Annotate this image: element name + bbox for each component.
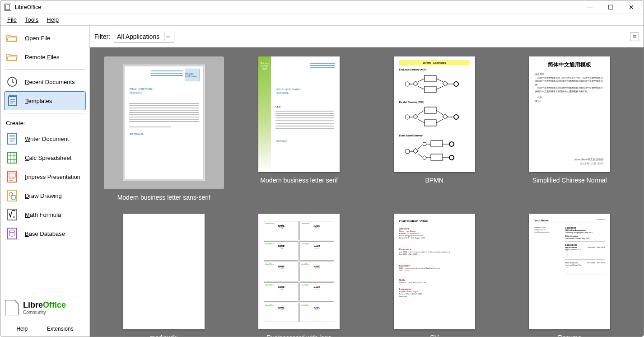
sidebar-item-base-database[interactable]: Base Database (4, 224, 86, 243)
folder-open-icon (6, 32, 19, 44)
svg-rect-11 (8, 152, 17, 163)
svg-rect-17 (9, 173, 15, 177)
template-gallery[interactable]: Put your LOGO here <TITLE> <FIRSTNAME> <… (90, 47, 644, 337)
sidebar-item-impress-presentation[interactable]: Impress Presentation (4, 167, 86, 186)
draw-icon (6, 189, 19, 202)
sidebar-item-writer-document[interactable]: Writer Document (4, 129, 86, 148)
template-card-modern-serif[interactable]: Put your LOGO here <TITLE> <FIRSTNAME> <… (239, 56, 359, 201)
sidebar-label: Draw Drawing (25, 192, 62, 199)
window-title: LibreOffice (15, 4, 41, 10)
filter-dropdown[interactable]: All Applications (114, 31, 174, 42)
filter-bar: Filter: All Applications ≡ (90, 26, 644, 47)
sidebar-label: Calc Spreadsheet (25, 154, 71, 161)
template-thumbnail: Put your LOGO here <TITLE> <FIRSTNAME> <… (258, 56, 340, 172)
sidebar-label: Impress Presentation (25, 173, 80, 180)
sidebar-label: Math Formula (25, 211, 61, 218)
template-thumbnail: Curriculum Vitae About me Name Joe Blogg… (394, 214, 475, 329)
svg-rect-22 (12, 196, 15, 199)
svg-point-27 (405, 82, 410, 86)
template-card-bpmn[interactable]: BPMN - Examples Exclusive Gateway (XOR) … (374, 56, 495, 201)
svg-rect-31 (443, 81, 448, 86)
folder-remote-icon (6, 51, 19, 63)
svg-point-42 (423, 156, 426, 159)
menubar: File Tools Help (0, 14, 644, 26)
template-card-bizcard[interactable]: LibreOfficeNAMETITLELibreOfficeNAMETITLE… (239, 214, 359, 337)
template-thumbnail: Your Name▔▔▔▔▔▔ Address Line 1 Address L… (529, 214, 610, 329)
help-link[interactable]: Help (16, 326, 28, 332)
template-thumbnail: Put your LOGO here <TITLE> <FIRSTNAME> <… (123, 65, 205, 181)
svg-rect-35 (425, 107, 436, 113)
svg-point-45 (449, 142, 454, 146)
template-card-resume[interactable]: Your Name▔▔▔▔▔▔ Address Line 1 Address L… (509, 214, 630, 337)
sidebar-label: Base Database (25, 230, 65, 237)
template-thumbnail: 简体中文通用模板 各位用户： 简体中文通用模板示例。自行填写这个字符。简体中文通… (529, 56, 610, 172)
titlebar: LibreOffice — ☐ ✕ (0, 0, 644, 14)
svg-text:x: x (13, 215, 15, 219)
sidebar-item-math-formula[interactable]: x Math Formula (4, 205, 86, 224)
template-thumbnail: BPMN - Examples Exclusive Gateway (XOR) … (394, 56, 475, 172)
sidebar-label: Writer Document (25, 136, 69, 142)
sidebar-create-heading: Create: (4, 116, 86, 129)
template-name: Modern business letter serif (260, 177, 338, 184)
svg-rect-40 (413, 148, 418, 153)
sidebar: Open File Remote Files Recent Documents … (0, 26, 90, 337)
sidebar-item-remote-files[interactable]: Remote Files (4, 47, 86, 66)
window-maximize-button[interactable]: ☐ (600, 1, 621, 14)
svg-rect-44 (431, 154, 443, 160)
template-name: Simplified Chinese Normal (532, 177, 607, 184)
sidebar-label: Templates (25, 98, 52, 104)
menu-help[interactable]: Help (42, 15, 63, 24)
template-name: Modern business letter sans-serif (117, 194, 210, 201)
extensions-link[interactable]: Extensions (47, 326, 74, 332)
template-thumbnail (123, 214, 205, 329)
svg-point-39 (405, 149, 410, 154)
settings-menu-button[interactable]: ≡ (630, 32, 639, 41)
template-card-cv[interactable]: Curriculum Vitae About me Name Joe Blogg… (374, 214, 495, 337)
sidebar-item-calc-spreadsheet[interactable]: Calc Spreadsheet (4, 148, 86, 167)
svg-rect-36 (425, 120, 436, 126)
window-minimize-button[interactable]: — (579, 1, 600, 14)
template-card-modern-sans[interactable]: Put your LOGO here <TITLE> <FIRSTNAME> <… (104, 56, 224, 201)
template-card-mediawiki[interactable]: mediawiki (104, 214, 224, 337)
sidebar-item-open-file[interactable]: Open File (4, 28, 86, 47)
svg-rect-30 (425, 86, 436, 93)
libreoffice-logo-icon (5, 300, 19, 315)
sidebar-label: Remote Files (25, 54, 60, 61)
template-name: Businesscard with logo (267, 334, 331, 337)
menu-tools[interactable]: Tools (21, 15, 42, 24)
calc-icon (6, 151, 19, 164)
chevron-down-icon (164, 32, 171, 41)
clock-icon (6, 75, 19, 88)
writer-icon (6, 132, 19, 145)
svg-rect-29 (425, 75, 436, 82)
template-name: BPMN (425, 177, 443, 184)
filter-label: Filter: (94, 33, 110, 40)
svg-rect-43 (431, 140, 443, 147)
base-icon (6, 227, 19, 240)
sidebar-label: Open File (25, 35, 50, 42)
template-name: Resume (558, 334, 581, 337)
filter-value: All Applications (117, 33, 159, 40)
svg-rect-6 (8, 133, 17, 144)
svg-point-32 (454, 82, 458, 86)
template-name: CV (430, 334, 439, 337)
template-thumbnail: LibreOfficeNAMETITLELibreOfficeNAMETITLE… (258, 214, 340, 329)
divider (5, 69, 85, 70)
svg-rect-37 (443, 114, 448, 119)
sidebar-item-draw-drawing[interactable]: Draw Drawing (4, 186, 86, 205)
template-name: mediawiki (150, 334, 177, 337)
svg-rect-28 (413, 81, 418, 86)
svg-point-33 (405, 115, 410, 119)
menu-file[interactable]: File (3, 15, 21, 24)
businesscard-grid: LibreOfficeNAMETITLELibreOfficeNAMETITLE… (264, 221, 334, 322)
sidebar-item-templates[interactable]: Templates (4, 91, 86, 110)
sidebar-item-recent-documents[interactable]: Recent Documents (4, 72, 86, 91)
svg-point-41 (423, 142, 426, 146)
svg-rect-34 (413, 114, 418, 119)
svg-point-26 (9, 230, 15, 233)
math-icon: x (6, 208, 19, 221)
template-card-scn[interactable]: 简体中文通用模板 各位用户： 简体中文通用模板示例。自行填写这个字符。简体中文通… (509, 56, 630, 201)
window-close-button[interactable]: ✕ (621, 1, 642, 14)
brand-logo: LibreOffice Community (4, 296, 86, 322)
impress-icon (6, 170, 19, 183)
